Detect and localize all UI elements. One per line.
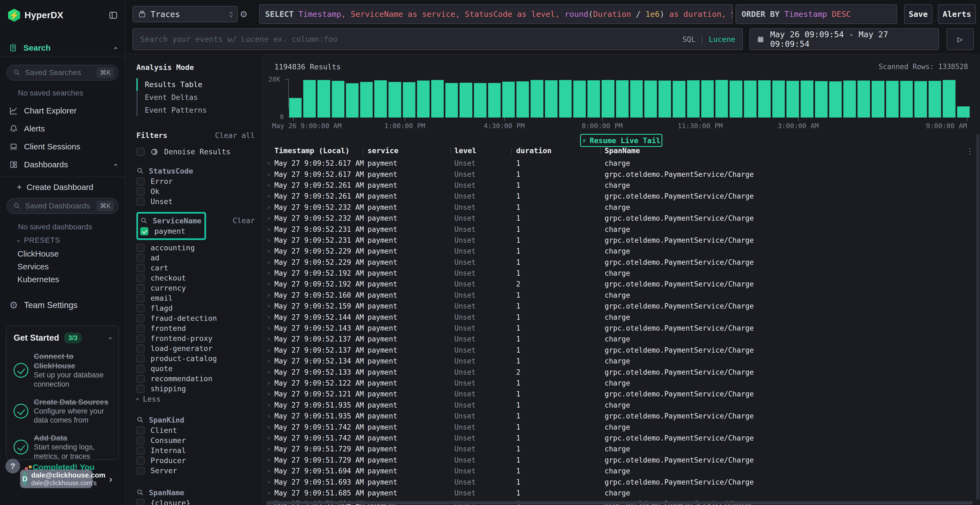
column-resize-handle[interactable]: ⋮ [597, 146, 604, 155]
table-row[interactable]: › May 27 9:09:52.121 AM payment Unset 1 … [264, 389, 980, 399]
row-expand-icon[interactable]: › [267, 237, 270, 244]
row-expand-icon[interactable]: › [267, 346, 270, 354]
row-expand-icon[interactable]: › [267, 259, 270, 266]
run-query-button[interactable]: ▷ [947, 28, 974, 50]
analysis-mode-option[interactable]: Event Patterns [145, 104, 207, 116]
table-row[interactable]: › May 27 9:09:52.617 AM payment Unset 1 … [264, 169, 980, 179]
checkbox[interactable] [136, 254, 145, 262]
checkbox[interactable] [136, 294, 145, 302]
filter-option[interactable]: cart [136, 263, 262, 273]
get-started-step[interactable]: Create Data Sources Configure where your… [14, 397, 111, 425]
sidebar-collapse-icon[interactable] [109, 11, 118, 20]
vertical-scrollbar[interactable] [976, 134, 980, 500]
table-row[interactable]: › May 27 9:09:52.261 AM payment Unset 1 … [264, 180, 980, 191]
denoise-filter-row[interactable]: Denoise Results [136, 147, 262, 157]
column-header-spanname[interactable]: SpanName [605, 146, 640, 155]
resume-live-tail-button[interactable]: ⚡ Resume Live Tail [580, 134, 662, 147]
row-expand-icon[interactable]: › [267, 192, 270, 200]
column-resize-handle[interactable]: ⋮ [447, 146, 454, 155]
help-button[interactable]: ? [5, 459, 20, 473]
row-expand-icon[interactable]: › [267, 280, 270, 288]
sidebar-item-chart-explorer[interactable]: Chart Explorer [9, 104, 117, 118]
filter-option[interactable]: checkout [136, 273, 262, 283]
analysis-mode-option[interactable]: Event Deltas [145, 91, 207, 104]
chevron-up-icon[interactable] [114, 47, 117, 50]
table-row[interactable]: › May 27 9:09:51.685 AM payment Unset 1 … [264, 488, 980, 499]
filter-option[interactable]: Internal [136, 445, 262, 456]
row-expand-icon[interactable]: › [267, 423, 270, 431]
table-row[interactable]: › May 27 9:09:52.143 AM payment Unset 1 … [264, 323, 980, 333]
source-select[interactable]: Traces [132, 6, 238, 22]
table-row[interactable]: › May 27 9:09:51.742 AM payment Unset 1 … [264, 421, 980, 432]
checkbox[interactable] [136, 187, 145, 195]
table-row[interactable]: › May 27 9:09:52.232 AM payment Unset 1 … [264, 213, 980, 224]
column-header-duration[interactable]: duration [516, 146, 552, 155]
table-row[interactable]: › May 27 9:09:52.617 AM payment Unset 1 … [264, 158, 980, 169]
table-row[interactable]: › May 27 9:09:52.133 AM payment Unset 2 … [264, 367, 980, 377]
table-row[interactable]: › May 27 9:09:52.137 AM payment Unset 1 … [264, 333, 980, 345]
sql-orderby-input[interactable]: ORDER BY Timestamp DESC [735, 4, 897, 24]
row-expand-icon[interactable]: › [267, 324, 270, 332]
table-row[interactable]: › May 27 9:09:51.729 AM payment Unset 1 … [264, 455, 980, 465]
filter-option[interactable]: frontend-proxy [136, 333, 262, 343]
table-row[interactable]: › May 27 9:09:52.159 AM payment Unset 1 … [264, 301, 980, 311]
row-expand-icon[interactable]: › [267, 357, 270, 365]
filter-option[interactable]: Error [136, 176, 262, 186]
checkbox[interactable] [136, 178, 145, 186]
chevron-up-icon[interactable] [109, 337, 111, 340]
sidebar-item-team-settings[interactable]: ⚙ Team Settings [9, 300, 78, 310]
search-icon[interactable] [140, 217, 148, 224]
filter-option[interactable]: accounting [136, 243, 262, 253]
row-expand-icon[interactable]: › [267, 203, 270, 211]
filter-option[interactable]: ad [136, 253, 262, 263]
save-button[interactable]: Save [904, 4, 932, 24]
table-row[interactable]: › May 27 9:09:51.935 AM payment Unset 1 … [264, 411, 980, 421]
row-expand-icon[interactable]: › [267, 214, 270, 222]
checkbox[interactable] [136, 274, 145, 282]
checkbox-checked[interactable] [140, 227, 148, 235]
row-expand-icon[interactable]: › [267, 489, 270, 497]
row-expand-icon[interactable]: › [267, 401, 270, 409]
user-menu[interactable]: D dale@clickhouse.com dale@clickhouse.co… [20, 470, 92, 488]
checkbox[interactable] [136, 426, 145, 435]
row-expand-icon[interactable]: › [267, 412, 270, 420]
checkbox[interactable] [136, 354, 145, 363]
filter-option[interactable]: load-generator [136, 343, 262, 353]
chevron-up-icon[interactable] [114, 164, 117, 167]
sql-mode-toggle[interactable]: SQL [682, 35, 695, 43]
checkbox[interactable] [136, 334, 145, 343]
row-expand-icon[interactable]: › [267, 291, 270, 299]
lucene-mode-toggle[interactable]: Lucene [709, 35, 735, 43]
row-expand-icon[interactable]: › [267, 445, 270, 453]
clear-all-button[interactable]: Clear all [215, 131, 255, 140]
table-row[interactable]: › May 27 9:09:51.742 AM payment Unset 1 … [264, 433, 980, 443]
preset-link[interactable]: Kubernetes [18, 275, 59, 284]
row-expand-icon[interactable]: › [267, 368, 270, 376]
checkbox[interactable] [136, 314, 145, 322]
checkbox[interactable] [136, 304, 145, 312]
row-expand-icon[interactable]: › [267, 302, 270, 310]
row-expand-icon[interactable]: › [267, 226, 270, 233]
column-resize-handle[interactable]: ⋮ [360, 146, 367, 155]
checkbox[interactable] [136, 324, 145, 332]
table-row[interactable]: › May 27 9:09:51.935 AM payment Unset 1 … [264, 400, 980, 411]
table-row[interactable]: › May 27 9:09:51.693 AM payment Unset 1 … [264, 476, 980, 487]
filter-option[interactable]: Client [136, 425, 262, 435]
table-row[interactable]: › May 27 9:09:52.231 AM payment Unset 1 … [264, 235, 980, 246]
filter-option[interactable]: product-catalog [136, 353, 262, 364]
row-expand-icon[interactable]: › [267, 467, 270, 475]
filter-option[interactable]: fraud-detection [136, 313, 262, 323]
table-row[interactable]: › May 27 9:09:52.144 AM payment Unset 1 … [264, 311, 980, 322]
get-started-step[interactable]: Add Data Start sending logs, metrics, or… [14, 433, 111, 461]
column-header-level[interactable]: level [454, 146, 476, 155]
filter-option[interactable]: shipping [136, 384, 262, 394]
sidebar-item-search[interactable]: Search [9, 41, 117, 54]
checkbox[interactable] [136, 284, 145, 292]
row-expand-icon[interactable]: › [267, 247, 270, 255]
checkbox[interactable] [136, 365, 145, 373]
row-expand-icon[interactable]: › [267, 434, 270, 442]
filter-option[interactable]: currency [136, 283, 262, 293]
table-row[interactable]: › May 27 9:09:52.134 AM payment Unset 1 … [264, 356, 980, 367]
table-options-icon[interactable]: ⋮ [966, 146, 974, 156]
checkbox[interactable] [136, 244, 145, 252]
